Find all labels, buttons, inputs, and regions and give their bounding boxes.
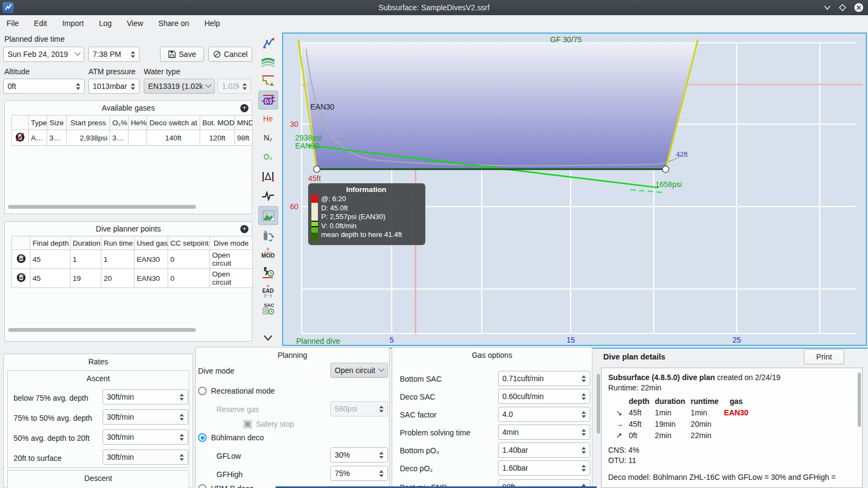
menu-share-on[interactable]: Share on (158, 19, 189, 28)
ascent-rate-4-spinner[interactable]: 30ft/min (103, 450, 188, 465)
svg-text:O₂: O₂ (263, 152, 272, 161)
add-point-button[interactable]: + (240, 225, 248, 233)
recreational-mode-radio-row[interactable]: Recreational mode (198, 387, 275, 395)
radio-unchecked-icon[interactable] (198, 387, 207, 395)
cell-dive-mode[interactable]: Open circuit (210, 250, 253, 269)
delete-point-icon[interactable] (16, 254, 26, 264)
cell-deco-switch[interactable]: 140ft (147, 130, 200, 146)
toolbar-ead-icon[interactable]: +EAD(⋯) (258, 281, 277, 299)
cell-cc-setpoint[interactable]: 0 (168, 269, 210, 288)
cell-type[interactable]: A… (29, 130, 47, 146)
print-button[interactable]: Print (804, 349, 844, 364)
bottom-po2-label: Bottom pO₂ (400, 446, 439, 455)
buhlmann-deco-radio-row[interactable]: Bühlmann deco (198, 433, 264, 442)
ascent-rate-3-spinner[interactable]: 30ft/min (103, 429, 188, 445)
bottom-sac-spinner[interactable]: 0.71cuft/min (498, 371, 590, 386)
add-gas-button[interactable]: + (240, 104, 248, 112)
cell-duration[interactable]: 1 (71, 250, 101, 269)
vpmb-deco-radio-row[interactable]: VPM-B deco (198, 484, 254, 488)
menu-log[interactable]: Log (99, 19, 111, 28)
toolbar-he-graph-icon[interactable]: He (258, 110, 277, 127)
titlebar[interactable]: Subsurface: SampleDivesV2.ssrf (0, 0, 868, 15)
minimize-icon[interactable] (824, 4, 831, 11)
cell-cc-setpoint[interactable]: 0 (168, 250, 210, 269)
bottom-po2-spinner[interactable]: 1.40bar (498, 442, 590, 458)
menu-help[interactable]: Help (205, 19, 220, 28)
menu-import[interactable]: Import (62, 19, 84, 28)
dive-date-combo[interactable]: Sun Feb 24, 2019 (3, 47, 84, 62)
dive-time-spinner[interactable]: 7:38 PM (88, 47, 139, 62)
menu-edit[interactable]: Edit (34, 19, 47, 28)
plan-deco-model: Deco model: Bühlmann ZHL-16C with GFLow … (608, 472, 856, 483)
deco-sac-spinner[interactable]: 0.60cuft/min (498, 389, 590, 404)
save-button[interactable]: Save (160, 47, 204, 62)
dive-mode-combo[interactable]: Open circuit (330, 363, 388, 378)
cell-dive-mode[interactable]: Open circuit (210, 269, 253, 288)
cell-o2[interactable]: 3… (110, 130, 129, 146)
gas-delete-column (12, 115, 29, 130)
gas-options-title: Gas options (392, 348, 592, 359)
information-tooltip[interactable]: Information @: 6:20 D: 45.0ft P: 2,557ps… (308, 183, 426, 246)
delete-gas-disabled-icon[interactable] (15, 132, 25, 142)
dive-profile-chart[interactable]: GF 30/75 EAN30 2938psi EAN30 45ft 42ft 1… (282, 33, 867, 346)
close-icon[interactable] (854, 3, 864, 12)
ascent-rate-1-spinner[interactable]: 30ft/min (103, 389, 188, 404)
cell-duration[interactable]: 19 (71, 269, 101, 288)
menu-view[interactable]: View (127, 19, 143, 28)
radio-checked-icon[interactable] (198, 433, 207, 442)
depth-tick-30: 30 (290, 120, 298, 129)
delete-point-icon[interactable] (16, 273, 26, 282)
toolbar-scroll-down-icon[interactable] (258, 328, 277, 346)
toolbar-heartrate-icon[interactable] (258, 187, 277, 204)
gf-label: GF 30/75 (550, 35, 582, 44)
toolbar-tissue-delta-icon[interactable] (258, 166, 277, 184)
available-gases-panel: Available gases + Type Size Start press … (4, 100, 252, 214)
toolbar-gas-change-icon[interactable] (258, 226, 277, 244)
profile-handle-start[interactable] (314, 166, 320, 172)
profile-handle-end[interactable] (662, 166, 669, 172)
altitude-spinner[interactable]: 0ft (3, 79, 85, 94)
gflow-spinner[interactable]: 30% (330, 447, 388, 463)
cell-final-depth[interactable]: 45 (30, 269, 71, 288)
cell-run-time[interactable]: 1 (101, 250, 135, 269)
toolbar-ndl-icon[interactable] (258, 263, 277, 281)
details-inner-scrollbar[interactable] (858, 373, 861, 427)
altitude-label: Altitude (4, 67, 30, 76)
toolbar-n2-graph-icon[interactable]: N₂ (258, 129, 277, 146)
toolbar-calculated-ceiling-icon[interactable] (258, 91, 278, 110)
atm-pressure-spinner[interactable]: 1013mbar (88, 79, 139, 94)
cell-mnd[interactable]: 98ft (235, 130, 253, 146)
sac-factor-spinner[interactable]: 4.0 (498, 407, 590, 422)
rates-panel: Rates Ascent below 75% avg. depth 30ft/m… (3, 354, 193, 488)
toolbar-photos-icon[interactable] (258, 206, 278, 225)
menu-file[interactable]: File (7, 19, 19, 28)
toolbar-ceiling-icon[interactable] (258, 72, 277, 89)
cell-bot-mod[interactable]: 120ft (200, 130, 235, 146)
points-hscrollbar[interactable] (8, 328, 196, 332)
cell-final-depth[interactable]: 45 (30, 250, 71, 269)
dive-plan-text-box[interactable]: Subsurface (4.8.5.0) dive plan created o… (601, 368, 863, 488)
water-type-combo[interactable]: EN13319 (1.02k (144, 79, 215, 94)
cell-used-gas[interactable]: EAN30 (135, 250, 168, 269)
gases-hscrollbar[interactable] (8, 205, 196, 209)
cell-run-time[interactable]: 20 (101, 269, 135, 288)
toolbar-o2-graph-icon[interactable]: O₂ (258, 147, 277, 165)
gfhigh-spinner[interactable]: 75% (330, 466, 388, 481)
cell-he[interactable] (129, 130, 147, 146)
toolbar-sac-icon[interactable]: SAC (258, 300, 277, 318)
maximize-icon[interactable] (839, 4, 846, 11)
details-vscrollbar[interactable] (597, 374, 600, 434)
ascent-rate-2-spinner[interactable]: 30ft/min (103, 409, 188, 425)
water-type-label: Water type (144, 67, 180, 76)
toolbar-water-layers-icon[interactable] (258, 53, 277, 70)
cell-used-gas[interactable]: EAN30 (135, 269, 168, 288)
toolbar-ascent-rate-icon[interactable] (258, 34, 277, 52)
cell-start-press[interactable]: 2,938psi (67, 130, 110, 146)
toolbar-mod-icon[interactable]: +MOD (258, 244, 277, 262)
problem-solving-time-spinner[interactable]: 4min (498, 425, 590, 440)
cell-size[interactable]: 3… (47, 130, 67, 146)
cancel-button[interactable]: Cancel (208, 47, 252, 62)
radio-unchecked-icon[interactable] (198, 484, 207, 488)
svg-text:He: He (263, 114, 273, 123)
deco-po2-spinner[interactable]: 1.60bar (498, 460, 590, 476)
